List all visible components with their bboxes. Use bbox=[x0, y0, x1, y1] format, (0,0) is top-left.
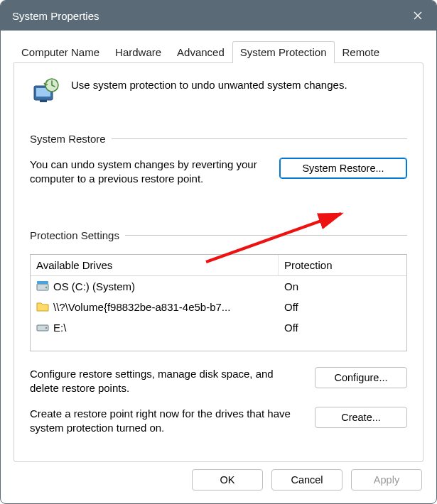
drive-name: OS (C:) (System) bbox=[53, 280, 135, 292]
drives-table[interactable]: Available Drives Protection OS (C:) (Sys… bbox=[30, 254, 407, 351]
tab-advanced[interactable]: Advanced bbox=[169, 41, 232, 63]
configure-row: Configure restore settings, manage disk … bbox=[30, 367, 407, 396]
tab-system-protection[interactable]: System Protection bbox=[232, 41, 335, 63]
ok-button-label: OK bbox=[220, 474, 235, 486]
dialog-button-row: OK Cancel Apply bbox=[6, 462, 431, 498]
system-restore-button-label: System Restore... bbox=[302, 163, 384, 174]
os-drive-icon bbox=[36, 280, 49, 292]
table-padding bbox=[31, 338, 406, 351]
col-header-protection[interactable]: Protection bbox=[279, 255, 406, 275]
create-row: Create a restore point right now for the… bbox=[30, 407, 407, 436]
folder-icon bbox=[36, 301, 49, 312]
titlebar: System Properties bbox=[1, 1, 436, 31]
drives-table-body: OS (C:) (System) On \\?\Volume{f98832be-… bbox=[31, 276, 406, 351]
table-row[interactable]: E:\ Off bbox=[31, 317, 406, 338]
drives-table-header: Available Drives Protection bbox=[31, 255, 406, 276]
close-icon bbox=[413, 11, 423, 21]
window-title: System Properties bbox=[12, 10, 399, 22]
intro-text: Use system protection to undo unwanted s… bbox=[71, 76, 347, 91]
col-header-drives[interactable]: Available Drives bbox=[31, 255, 279, 275]
system-properties-window: System Properties Computer Name Hardware… bbox=[0, 0, 437, 504]
group-system-restore-text: System Restore bbox=[30, 133, 106, 145]
client-area: Computer Name Hardware Advanced System P… bbox=[1, 31, 436, 503]
create-button[interactable]: Create... bbox=[315, 407, 407, 428]
drive-icon bbox=[36, 322, 49, 333]
apply-button[interactable]: Apply bbox=[351, 469, 422, 491]
svg-rect-2 bbox=[40, 100, 47, 102]
apply-button-label: Apply bbox=[374, 474, 399, 486]
close-button[interactable] bbox=[399, 1, 436, 31]
tabstrip: Computer Name Hardware Advanced System P… bbox=[6, 36, 431, 62]
tab-hardware[interactable]: Hardware bbox=[107, 41, 169, 63]
group-protection-settings-text: Protection Settings bbox=[30, 229, 119, 241]
create-text: Create a restore point right now for the… bbox=[30, 407, 301, 436]
table-row[interactable]: OS (C:) (System) On bbox=[31, 276, 406, 297]
svg-point-7 bbox=[45, 287, 47, 288]
configure-text: Configure restore settings, manage disk … bbox=[30, 367, 301, 396]
tabpage-system-protection: Use system protection to undo unwanted s… bbox=[14, 62, 423, 462]
system-restore-text: You can undo system changes by reverting… bbox=[30, 158, 265, 187]
drive-protection: Off bbox=[279, 297, 406, 317]
system-protection-icon bbox=[30, 76, 61, 107]
drive-protection: On bbox=[279, 276, 406, 297]
ok-button[interactable]: OK bbox=[192, 469, 263, 491]
drive-protection: Off bbox=[279, 317, 406, 338]
configure-button-label: Configure... bbox=[335, 372, 388, 383]
group-protection-settings-label: Protection Settings bbox=[30, 229, 407, 241]
svg-point-9 bbox=[45, 327, 47, 329]
create-button-label: Create... bbox=[341, 412, 381, 423]
table-row[interactable]: \\?\Volume{f98832be-a831-4e5b-b7... Off bbox=[31, 297, 406, 317]
group-system-restore-label: System Restore bbox=[30, 133, 407, 145]
system-restore-row: You can undo system changes by reverting… bbox=[30, 158, 407, 187]
divider bbox=[125, 235, 407, 236]
drive-name: \\?\Volume{f98832be-a831-4e5b-b7... bbox=[53, 301, 230, 313]
svg-rect-6 bbox=[37, 281, 48, 284]
tab-remote[interactable]: Remote bbox=[335, 41, 388, 63]
configure-button[interactable]: Configure... bbox=[315, 367, 407, 388]
drive-name: E:\ bbox=[53, 322, 66, 334]
tab-computer-name[interactable]: Computer Name bbox=[14, 41, 107, 63]
cancel-button[interactable]: Cancel bbox=[271, 469, 342, 491]
intro-row: Use system protection to undo unwanted s… bbox=[30, 76, 407, 107]
system-restore-button[interactable]: System Restore... bbox=[279, 158, 407, 179]
cancel-button-label: Cancel bbox=[291, 474, 323, 486]
divider bbox=[112, 138, 407, 139]
